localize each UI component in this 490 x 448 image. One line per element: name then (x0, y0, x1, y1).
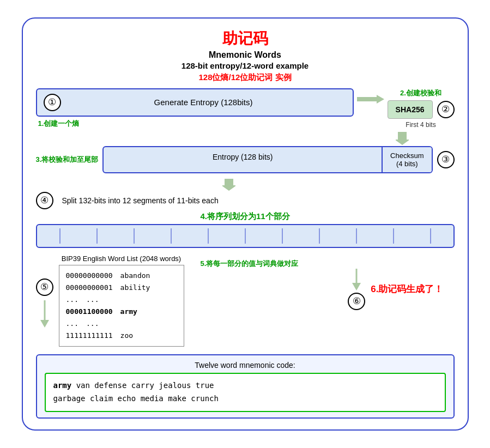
step6-arrow-circle: ⑥ (348, 269, 365, 310)
step6-cn-label: 6.助记码生成了！ (371, 283, 443, 295)
step4-text: Split 132-bits into 12 segments of 11-bi… (62, 196, 219, 205)
main-container: 助记码 Mnemonic Words 128-bit entropy/12-wo… (22, 17, 469, 431)
row3: 3.将校验和加至尾部 Entropy (128 bits) Checksum (… (36, 146, 455, 173)
mnemonic-rest: van defense carry jealous true garbage c… (53, 381, 219, 403)
seg-div (96, 228, 98, 244)
subtitle-en: 128-bit entropy/12-word example (36, 61, 455, 70)
step2-circle: ② (437, 101, 455, 118)
step1-circle: ① (44, 94, 61, 111)
step6-circle: ⑥ (348, 293, 365, 310)
seg-div (356, 228, 357, 244)
step4-cn-label: 4.将序列划分为11个部分 (36, 211, 455, 222)
seg-div (393, 228, 394, 244)
step5-right-col: 5.将每一部分的值与词典做对应 ⑥ 6.助记码生成了！ (184, 255, 455, 310)
output-label-en: Twelve word mnemonic code: (45, 361, 446, 370)
bip39-table-wrap: BIP39 English Word List (2048 words) 000… (59, 255, 184, 347)
step1-box: ① Generate Entropy (128bits) (36, 88, 354, 117)
bip39-row-4: ... ... (66, 318, 177, 330)
svg-marker-4 (40, 320, 49, 328)
subtitle-cn: 128位熵/12位助记词 实例 (36, 72, 455, 83)
seg-div (208, 228, 209, 244)
svg-marker-0 (357, 95, 384, 104)
step5-circle: ⑤ (36, 279, 53, 296)
arrow-down-2 (3, 179, 455, 191)
seg-div (282, 228, 283, 244)
seg-div (134, 228, 135, 244)
bip39-table: 00000000000 abandon 00000000001 ability … (59, 265, 184, 347)
step1-footnote: 1.创建一个熵 (38, 119, 80, 129)
svg-marker-2 (222, 179, 235, 191)
step3-circle-area: ③ (437, 151, 455, 168)
step4-circle: ④ (36, 192, 53, 209)
title-en: Mnemonic Words (36, 50, 455, 60)
row4: ④ Split 132-bits into 12 segments of 11-… (36, 192, 455, 209)
step3-label: 3.将校验和加至尾部 (36, 155, 99, 165)
output-section: Twelve word mnemonic code: army van defe… (36, 354, 455, 419)
bip39-row-3: ... ... (66, 294, 177, 306)
seg-div (430, 228, 431, 244)
checksum-cell: Checksum (4 bits) (382, 147, 431, 172)
svg-marker-1 (396, 132, 409, 145)
bip39-row-zoo: 11111111111 zoo (66, 330, 177, 342)
seg-div (171, 228, 172, 244)
entropy-checksum-bar: Entropy (128 bits) Checksum (4 bits) (102, 146, 432, 173)
arrow-down-1 (36, 132, 455, 145)
bip39-row-2: 00000000001 ability (66, 282, 177, 294)
step1-area: ① Generate Entropy (128bits) 1.创建一个熵 (36, 88, 354, 129)
sha256-box: SHA256 (388, 100, 433, 119)
step1-label: Generate Entropy (128bits) (61, 98, 346, 107)
mnemonic-first-word: army (53, 381, 72, 390)
mnemonic-box: army van defense carry jealous true garb… (45, 373, 446, 412)
output-label-row: Twelve word mnemonic code: (45, 361, 446, 370)
step6-area: ⑥ 6.助记码生成了！ (192, 269, 444, 310)
seg-div (59, 228, 61, 244)
step2-area: 2.创建校验和 SHA256 ② First 4 bits (388, 88, 455, 129)
bip39-row-army: 00001100000 army (66, 306, 177, 318)
step5-cn-label: 5.将每一部分的值与词典做对应 (201, 259, 455, 269)
down-arrow-3 (39, 300, 50, 330)
svg-marker-6 (352, 283, 361, 290)
title-cn: 助记码 (36, 28, 455, 49)
bip39-section: ⑤ BIP39 English Word List (2048 words) 0… (36, 255, 455, 347)
step3-circle: ③ (437, 151, 455, 168)
arrow-right-1 (354, 88, 388, 105)
seg-div (245, 228, 246, 244)
first4bits-label: First 4 bits (406, 121, 435, 129)
bip39-title: BIP39 English Word List (2048 words) (62, 255, 181, 263)
step2-top-label: 2.创建校验和 (400, 88, 441, 98)
seg-div (319, 228, 320, 244)
segments-bar (36, 224, 455, 248)
bip39-row-1: 00000000000 abandon (66, 270, 177, 282)
entropy-cell: Entropy (128 bits) (104, 147, 382, 172)
step5-left-col: ⑤ (36, 255, 53, 330)
